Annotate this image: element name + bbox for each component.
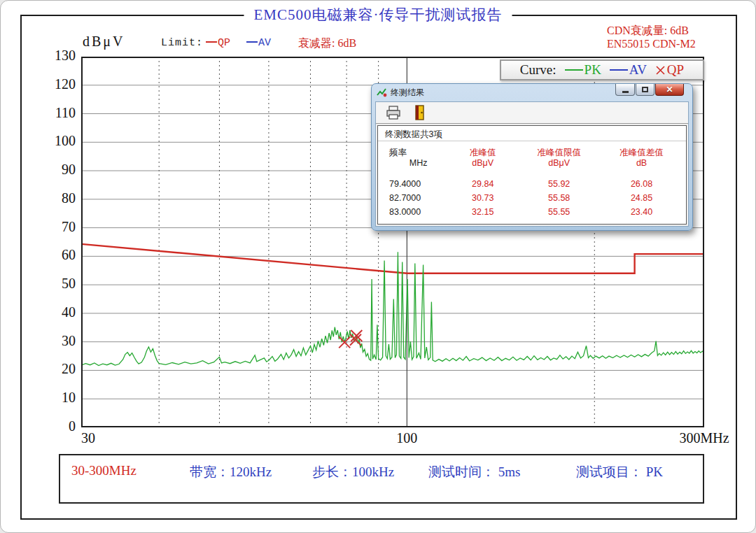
y-tick-label: 60 (25, 247, 76, 263)
dialog-toolbar (376, 102, 688, 124)
qp-cross-icon (655, 65, 666, 76)
av-line-icon (610, 69, 628, 71)
close-icon: ✕ (666, 85, 673, 94)
minimize-button[interactable] (615, 84, 635, 96)
av-limit-swatch-icon (246, 41, 258, 43)
attenuator-label: 衰减器: 6dB (298, 36, 356, 51)
table-row: 82.7000 30.73 55.58 24.85 (384, 193, 683, 203)
y-tick-label: 30 (25, 333, 76, 349)
report-page: EMC500电磁兼容·传导干扰测试报告 dBμV Limit: QP AV 衰减… (0, 0, 756, 533)
y-tick-label: 40 (25, 304, 76, 320)
curve-legend: Curve: PK AV QP (500, 59, 704, 80)
scan-settings-bar: 30-300MHz 带宽：120kHz 步长：100kHz 测试时间： 5ms … (59, 454, 704, 504)
maximize-button[interactable] (636, 84, 654, 96)
limit-av-legend: AV (246, 37, 271, 49)
y-tick-label: 120 (25, 76, 76, 92)
table-row: 83.0000 32.15 55.55 23.40 (384, 207, 683, 217)
curve-legend-label: Curve: (520, 62, 556, 78)
test-time-label: 测试时间： 5ms (428, 463, 520, 481)
series-QP-limit (81, 244, 704, 273)
final-result-dialog: 终测结果 ✕ (371, 83, 693, 231)
report-title: EMC500电磁兼容·传导干扰测试报告 (244, 5, 512, 24)
limit-legend-label: Limit: (161, 37, 203, 49)
col-header-qp-limit: 准峰值限值 (518, 147, 600, 159)
x-tick-label: 100 (396, 430, 417, 446)
col-header-qp-margin: 准峰值差值 (600, 147, 683, 159)
table-row: 79.4000 29.84 55.92 26.08 (384, 179, 683, 189)
y-tick-label: 10 (25, 390, 76, 406)
y-tick-label: 20 (25, 361, 76, 377)
frequency-range-label: 30-300MHz (71, 463, 136, 478)
y-tick-label: 110 (25, 105, 76, 121)
col-header-frequency: 频率 (384, 147, 447, 159)
table-unit-row: MHz dBμV dBμV dB (384, 158, 683, 168)
x-tick-label: 300MHz (679, 430, 729, 446)
legend-av: AV (610, 62, 647, 78)
close-button[interactable]: ✕ (655, 84, 684, 96)
result-summary: 终测数据共3项 (385, 129, 442, 141)
test-item-label: 测试项目： PK (576, 463, 663, 481)
legend-pk: PK (565, 62, 601, 78)
series-PK (81, 252, 704, 365)
qp-limit-swatch-icon (206, 41, 217, 43)
y-tick-label: 0 (25, 418, 76, 434)
col-header-qp: 准峰值 (447, 147, 518, 159)
minimize-icon (622, 91, 629, 93)
limit-qp-legend: QP (206, 37, 230, 49)
y-tick-label: 70 (25, 219, 76, 235)
result-table-panel: 终测数据共3项 频率 准峰值 准峰值限值 准峰值差值 MHz dBμV dBμV… (377, 125, 687, 225)
exit-button[interactable] (411, 104, 429, 121)
unit-qp: dBμV (447, 158, 518, 168)
dialog-title: 终测结果 (391, 87, 424, 99)
bandwidth-label: 带宽：120kHz (190, 463, 272, 481)
print-button[interactable] (384, 104, 402, 121)
y-tick-label: 50 (25, 276, 76, 292)
unit-qp-margin: dB (600, 158, 683, 168)
dialog-titlebar[interactable]: 终测结果 ✕ (372, 84, 692, 101)
printer-icon (386, 106, 401, 120)
y-axis-unit: dBμV (83, 34, 125, 50)
y-tick-label: 90 (25, 162, 76, 178)
cdn-info: CDN衰减量: 6dB EN55015 CDN-M2 (607, 24, 696, 50)
y-tick-label: 130 (25, 48, 76, 64)
standard-label: EN55015 CDN-M2 (607, 37, 696, 50)
table-header-row: 频率 准峰值 准峰值限值 准峰值差值 (384, 147, 683, 159)
exit-door-icon (414, 105, 426, 120)
legend-qp: QP (655, 62, 684, 78)
pk-line-icon (565, 69, 583, 71)
y-tick-label: 100 (25, 133, 76, 149)
cdn-attenuation-label: CDN衰减量: 6dB (607, 24, 696, 37)
summary-divider (378, 141, 686, 141)
y-tick-label: 80 (25, 190, 76, 206)
dialog-body: 终测数据共3项 频率 准峰值 准峰值限值 准峰值差值 MHz dBμV dBμV… (375, 101, 689, 227)
step-label: 步长：100kHz (312, 463, 394, 481)
x-tick-label: 30 (81, 430, 95, 446)
unit-frequency: MHz (384, 158, 447, 168)
maximize-icon (642, 87, 648, 92)
app-icon (377, 87, 387, 98)
unit-qp-limit: dBμV (518, 158, 600, 168)
